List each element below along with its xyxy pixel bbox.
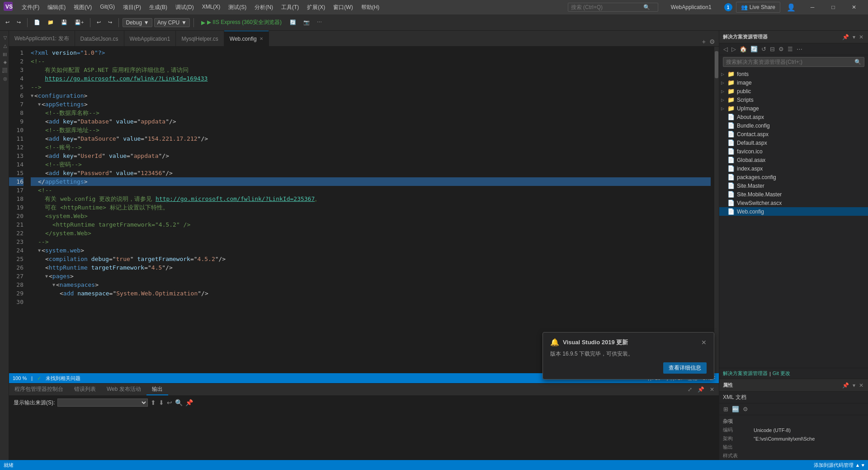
menu-analyze[interactable]: 分析(N) <box>251 2 277 13</box>
se-refresh-btn[interactable]: ↺ <box>760 45 768 53</box>
se-home-btn[interactable]: 🏠 <box>738 45 748 53</box>
minimize-button[interactable]: ─ <box>802 0 823 14</box>
left-bar-icon-6[interactable]: ◎ <box>1 75 8 82</box>
toolbar-more[interactable]: ⋯ <box>314 18 325 27</box>
notification-badge[interactable]: 1 <box>724 3 732 11</box>
global-search-box[interactable]: 🔍 <box>568 3 658 12</box>
toolbar-refresh[interactable]: 🔄 <box>287 18 299 27</box>
tab-close-icon[interactable]: ✕ <box>259 36 263 41</box>
se-search-input[interactable] <box>723 57 852 66</box>
toolbar-open[interactable]: 📁 <box>45 18 57 27</box>
se-pin-btn[interactable]: 📌 <box>841 33 850 41</box>
close-button[interactable]: ✕ <box>844 0 864 14</box>
code-content[interactable]: <?xml version="1.0"?> <!-- 有关如何配置 ASP.NE… <box>27 47 714 373</box>
se-item-viewswitcher[interactable]: 📄 ViewSwitcher.ascx <box>719 199 868 207</box>
se-sync-btn[interactable]: 🔄 <box>749 45 759 53</box>
platform-dropdown[interactable]: Any CPU ▼ <box>154 18 190 27</box>
output-scroll-btn[interactable]: ⬇ <box>159 399 164 406</box>
prop-categorized-btn[interactable]: ⊞ <box>722 405 730 413</box>
scrollbar-thumb[interactable] <box>715 51 718 78</box>
menu-debug[interactable]: 调试(D) <box>172 2 198 13</box>
se-nav-forward[interactable]: ▷ <box>730 45 737 53</box>
se-item-image[interactable]: ▷ 📁 image <box>719 78 868 87</box>
se-item-public[interactable]: ▷ 📁 public <box>719 87 868 95</box>
tab-error-list[interactable]: 错误列表 <box>69 384 101 395</box>
se-item-contact[interactable]: 📄 Contact.aspx <box>719 130 868 138</box>
tab-settings-btn[interactable]: ⚙ <box>708 37 716 46</box>
se-item-global[interactable]: 📄 Global.asax <box>719 156 868 164</box>
se-item-packages[interactable]: 📄 packages.config <box>719 173 868 181</box>
debug-config-dropdown[interactable]: Debug ▼ <box>123 18 152 27</box>
se-item-about[interactable]: 📄 About.aspx <box>719 113 868 121</box>
left-bar-icon-4[interactable]: ◈ <box>1 59 8 66</box>
se-item-sitemobile[interactable]: 📄 Site.Mobile.Master <box>719 190 868 199</box>
se-more-btn[interactable]: ⋯ <box>795 45 804 53</box>
se-footer-link1[interactable]: 解决方案资源管理器 <box>723 370 768 377</box>
status-right[interactable]: 添加到源代码管理 ▲ ♥ <box>814 462 864 469</box>
se-props-btn[interactable]: ⚙ <box>777 45 785 53</box>
tab-datasetjson[interactable]: DataSetJson.cs <box>75 31 124 46</box>
output-wrap-btn[interactable]: ↩ <box>167 399 172 406</box>
menu-view[interactable]: 视图(V) <box>70 2 95 13</box>
prop-props-btn[interactable]: ⚙ <box>741 405 750 413</box>
tab-web-publish[interactable]: Web 发布活动 <box>101 384 146 395</box>
menu-window[interactable]: 窗口(W) <box>330 2 356 13</box>
vertical-scrollbar[interactable] <box>714 47 719 373</box>
tab-webconfig[interactable]: Web.config ✕ <box>224 31 269 46</box>
tab-mysqlhelper[interactable]: MysqlHelper.cs <box>176 31 224 46</box>
left-bar-icon-1[interactable]: ◁ <box>1 34 8 42</box>
se-collapse-btn[interactable]: ⊟ <box>769 45 776 53</box>
tab-new-btn[interactable]: + <box>701 37 707 46</box>
se-chevron-btn[interactable]: ▾ <box>852 33 856 41</box>
se-filter-btn[interactable]: ☰ <box>786 45 794 53</box>
toolbar-save[interactable]: 💾 <box>58 18 70 27</box>
prop-close-btn[interactable]: ✕ <box>858 381 864 389</box>
global-search-input[interactable] <box>571 4 643 10</box>
se-footer-link2[interactable]: Git 更改 <box>773 370 790 377</box>
menu-extensions[interactable]: 扩展(X) <box>303 2 329 13</box>
se-item-scripts[interactable]: ▷ 📁 Scripts <box>719 95 868 104</box>
tab-package-manager[interactable]: 程序包管理器控制台 <box>9 384 69 395</box>
menu-test[interactable]: 测试(S) <box>225 2 250 13</box>
prop-pin-btn[interactable]: 📌 <box>841 381 850 389</box>
menu-git[interactable]: Git(G) <box>96 2 118 13</box>
toolbar-camera[interactable]: 📷 <box>301 18 312 27</box>
run-button[interactable]: ▶ ▶ IIS Express (360安全浏览器) <box>198 17 285 28</box>
se-search-box[interactable]: 🔍 <box>723 57 864 67</box>
panel-move-btn[interactable]: ⤢ <box>686 385 694 394</box>
panel-pin-btn[interactable]: 📌 <box>696 385 706 394</box>
menu-file[interactable]: 文件(F) <box>18 2 43 13</box>
output-find-btn[interactable]: 🔍 <box>175 399 183 406</box>
se-item-favicon[interactable]: 📄 favicon.ico <box>719 147 868 156</box>
toolbar-undo2[interactable]: ↩ <box>94 18 104 27</box>
menu-xml[interactable]: XML(X) <box>198 2 224 13</box>
prop-chevron-btn[interactable]: ▾ <box>852 381 856 389</box>
left-bar-icon-3[interactable]: ☰ <box>1 51 8 58</box>
output-source-select[interactable] <box>57 399 148 407</box>
left-bar-icon-5[interactable]: ⬛ <box>1 67 8 74</box>
tab-webapp-publish[interactable]: WebApplication1: 发布 <box>9 31 75 46</box>
toast-action-button[interactable]: 查看详细信息 <box>663 362 707 374</box>
se-item-sitemaster[interactable]: 📄 Site.Master <box>719 181 868 190</box>
output-clear-btn[interactable]: ⬆ <box>151 399 156 406</box>
menu-build[interactable]: 生成(B) <box>146 2 171 13</box>
toolbar-undo[interactable]: ↩ <box>3 18 12 27</box>
tab-webapp[interactable]: WebApplication1 <box>124 31 176 46</box>
menu-edit[interactable]: 编辑(E) <box>44 2 69 13</box>
se-item-upimage[interactable]: ▷ 📁 UpImage <box>719 104 868 113</box>
se-item-bundle[interactable]: 📄 Bundle.config <box>719 121 868 130</box>
se-nav-back[interactable]: ◁ <box>722 45 729 53</box>
maximize-button[interactable]: □ <box>823 0 844 14</box>
toolbar-save-all[interactable]: 💾+ <box>72 18 86 27</box>
se-item-index[interactable]: 📄 index.aspx <box>719 164 868 173</box>
left-bar-icon-2[interactable]: ▷ <box>1 43 8 50</box>
toolbar-redo2[interactable]: ↪ <box>105 18 115 27</box>
menu-tools[interactable]: 工具(T) <box>278 2 302 13</box>
output-pin-btn[interactable]: 📌 <box>185 399 193 406</box>
se-close-btn[interactable]: ✕ <box>858 33 864 41</box>
menu-help[interactable]: 帮助(H) <box>358 2 383 13</box>
liveshare-button[interactable]: 👥 Live Share <box>736 2 780 13</box>
panel-close-btn[interactable]: ✕ <box>708 385 716 394</box>
toast-close-button[interactable]: ✕ <box>701 339 707 346</box>
prop-alpha-btn[interactable]: 🔤 <box>731 405 741 413</box>
